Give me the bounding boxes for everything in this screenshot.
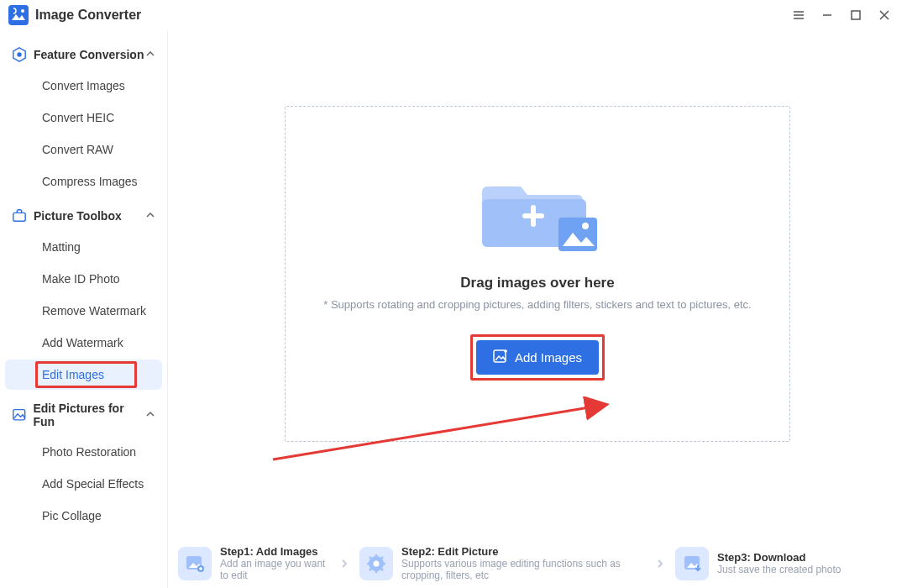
menu-button[interactable] — [784, 3, 813, 27]
image-add-icon — [178, 547, 212, 580]
sidebar-item-photo-restoration[interactable]: Photo Restoration — [5, 437, 162, 467]
sidebar-item-matting[interactable]: Matting — [5, 232, 162, 262]
sidebar-item-compress-images[interactable]: Compress Images — [5, 166, 162, 197]
sidebar-item-add-special-effects[interactable]: Add Special Effects — [5, 469, 162, 499]
step-title: Step1: Add Images — [220, 545, 329, 558]
nav-section-edit-pictures-for-fun[interactable]: Edit Pictures for Fun — [0, 395, 167, 435]
hexagon-icon — [12, 47, 27, 62]
add-images-label: Add Images — [515, 350, 582, 365]
close-button[interactable] — [870, 3, 899, 27]
step-2: Step2: Edit Picture Supports various ima… — [359, 545, 645, 581]
sidebar: Feature Conversion Convert Images Conver… — [0, 30, 168, 588]
chevron-up-icon — [145, 48, 155, 61]
main-content: Drag images over here * Supports rotatin… — [168, 30, 907, 588]
dropzone-title: Drag images over here — [460, 275, 614, 291]
svg-rect-5 — [13, 213, 25, 221]
sidebar-item-remove-watermark[interactable]: Remove Watermark — [5, 296, 162, 326]
chevron-right-icon — [653, 559, 667, 569]
picture-icon — [12, 407, 26, 423]
dropzone-subtitle: * Supports rotating and cropping picture… — [307, 298, 768, 311]
sidebar-item-add-watermark[interactable]: Add Watermark — [5, 328, 162, 358]
nav-section-label: Picture Toolbox — [34, 209, 122, 223]
step-1: Step1: Add Images Add an image you want … — [178, 545, 329, 581]
step-subtitle: Supports various image editing functions… — [401, 558, 645, 581]
nav-section-picture-toolbox[interactable]: Picture Toolbox — [0, 202, 167, 230]
svg-line-10 — [273, 405, 605, 459]
app-title: Image Converter — [35, 8, 141, 23]
sidebar-item-label: Edit Images — [42, 368, 104, 381]
chevron-right-icon — [338, 559, 351, 569]
step-subtitle: Add an image you want to edit — [220, 558, 329, 581]
maximize-button[interactable] — [841, 3, 870, 27]
step-title: Step3: Download — [717, 551, 841, 564]
nav-section-label: Feature Conversion — [34, 48, 144, 61]
chevron-up-icon — [145, 209, 155, 223]
annotation-highlight: Add Images — [470, 334, 605, 381]
sidebar-item-pic-collage[interactable]: Pic Collage — [5, 501, 162, 531]
annotation-arrow — [269, 396, 621, 472]
minimize-button[interactable] — [813, 3, 841, 27]
svg-point-1 — [21, 9, 24, 13]
image-plus-icon — [493, 349, 508, 366]
steps-footer: Step1: Add Images Add an image you want … — [178, 545, 897, 581]
sidebar-item-convert-heic[interactable]: Convert HEIC — [5, 102, 162, 133]
svg-point-4 — [17, 52, 21, 56]
sidebar-item-convert-images[interactable]: Convert Images — [5, 71, 162, 101]
svg-rect-2 — [852, 11, 860, 19]
svg-point-8 — [582, 223, 589, 229]
step-3: Step3: Download Just save the created ph… — [675, 547, 841, 580]
chevron-up-icon — [145, 408, 155, 422]
step-subtitle: Just save the created photo — [717, 564, 841, 575]
toolbox-icon — [12, 208, 27, 223]
dropzone[interactable]: Drag images over here * Supports rotatin… — [285, 106, 790, 442]
sidebar-item-convert-raw[interactable]: Convert RAW — [5, 134, 162, 165]
step-title: Step2: Edit Picture — [401, 545, 645, 558]
titlebar: Image Converter — [0, 0, 907, 30]
sidebar-item-edit-images[interactable]: Edit Images — [5, 360, 162, 390]
svg-point-14 — [374, 560, 380, 566]
sidebar-item-make-id-photo[interactable]: Make ID Photo — [5, 264, 162, 294]
nav-section-feature-conversion[interactable]: Feature Conversion — [0, 40, 167, 69]
folder-add-icon — [474, 165, 600, 258]
nav-section-label: Edit Pictures for Fun — [33, 402, 145, 428]
download-icon — [675, 547, 709, 580]
add-images-button[interactable]: Add Images — [476, 340, 599, 375]
app-icon — [8, 5, 29, 25]
gear-icon — [359, 547, 393, 580]
svg-rect-0 — [8, 5, 29, 25]
